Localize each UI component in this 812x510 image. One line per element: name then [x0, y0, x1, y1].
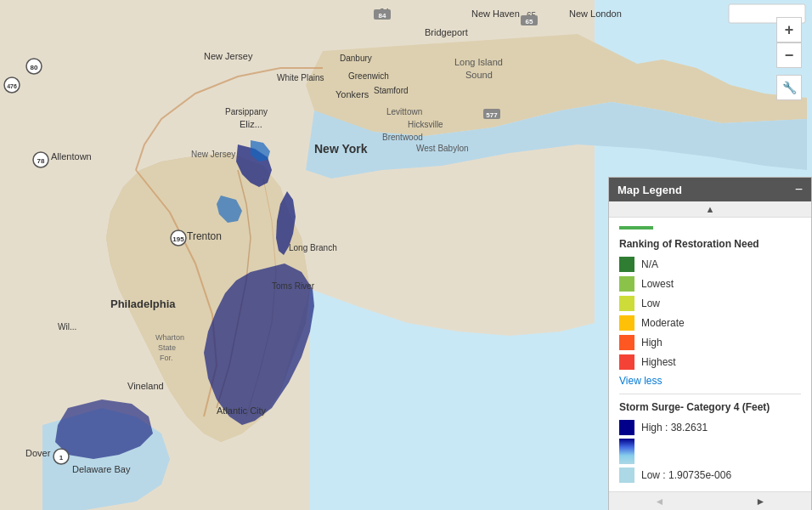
svg-text:Greenwich: Greenwich [348, 71, 389, 81]
legend-header: Map Legend − [609, 178, 811, 201]
svg-text:Brentwood: Brentwood [382, 133, 423, 142]
storm-low-item: Low : 1.90735e-006 [619, 468, 801, 483]
svg-text:Vineland: Vineland [127, 381, 164, 391]
na-color-box [619, 257, 634, 272]
storm-low-label: Low : 1.90735e-006 [641, 469, 731, 481]
svg-text:Wharton: Wharton [155, 333, 184, 342]
svg-text:New London: New London [569, 8, 622, 19]
legend-item-moderate: Moderate [619, 315, 801, 331]
svg-text:New Jersey: New Jersey [191, 150, 235, 159]
legend-divider [619, 394, 801, 394]
storm-section-title: Storm Surge- Category 4 (Feet) [619, 401, 801, 413]
low-color-box [619, 296, 634, 311]
lowest-label: Lowest [641, 278, 674, 290]
svg-text:476: 476 [7, 83, 17, 89]
legend-item-low: Low [619, 296, 801, 311]
svg-text:Danbury: Danbury [340, 54, 372, 63]
svg-text:Long Island: Long Island [454, 57, 503, 67]
svg-text:Allentown: Allentown [51, 151, 92, 162]
svg-text:Delaware Bay: Delaware Bay [72, 464, 131, 474]
moderate-color-box [619, 315, 634, 331]
svg-text:Hicksville: Hicksville [408, 120, 443, 129]
high-color-box [619, 335, 634, 350]
svg-text:For.: For. [160, 354, 173, 362]
svg-text:Atlantic City: Atlantic City [217, 405, 267, 416]
svg-text:195: 195 [172, 235, 184, 243]
legend-scroll-controls: ◄ ► [609, 491, 811, 510]
highest-label: Highest [641, 356, 676, 368]
legend-item-na: N/A [619, 257, 801, 272]
legend-item-lowest: Lowest [619, 276, 801, 292]
map-container: New York Brentwood Hicksville Levittown … [0, 0, 812, 510]
svg-text:West Babylon: West Babylon [416, 144, 469, 153]
storm-gradient-bar [619, 439, 634, 464]
moderate-label: Moderate [641, 317, 685, 329]
svg-text:78: 78 [37, 157, 45, 165]
high-label: High [641, 337, 663, 348]
svg-text:Trenton: Trenton [187, 230, 222, 242]
zoom-out-button[interactable]: − [776, 42, 802, 68]
storm-high-label: High : 38.2631 [641, 422, 708, 434]
map-controls: + − 🔧 [776, 17, 802, 100]
svg-text:Long Branch: Long Branch [289, 243, 337, 252]
settings-button[interactable]: 🔧 [776, 75, 802, 100]
svg-text:Toms River: Toms River [272, 281, 315, 291]
legend-item-highest: Highest [619, 354, 801, 370]
storm-high-color-box [619, 420, 634, 435]
svg-text:Philadelphia: Philadelphia [110, 298, 176, 310]
svg-text:New Jersey: New Jersey [204, 51, 253, 61]
highest-color-box [619, 354, 634, 370]
legend-scroll-right-button[interactable]: ► [710, 492, 811, 510]
legend-item-high: High [619, 335, 801, 350]
na-label: N/A [641, 258, 658, 270]
zoom-in-button[interactable]: + [776, 17, 802, 42]
svg-text:New York: New York [314, 142, 368, 156]
storm-gradient: High : 38.2631 Low : 1.90735e-006 [619, 420, 801, 483]
svg-text:White Plains: White Plains [277, 73, 324, 82]
svg-text:New Haven: New Haven [471, 8, 520, 19]
wrench-icon: 🔧 [782, 81, 797, 94]
svg-text:1: 1 [59, 454, 64, 462]
storm-high-item: High : 38.2631 [619, 420, 801, 435]
svg-text:Sound: Sound [465, 70, 493, 80]
svg-text:Parsippany: Parsippany [225, 107, 268, 116]
svg-text:84: 84 [379, 12, 386, 20]
svg-text:65: 65 [526, 18, 533, 26]
lowest-color-box [619, 276, 634, 292]
legend-scroll-left-button[interactable]: ◄ [609, 492, 710, 510]
svg-text:State: State [158, 343, 176, 352]
svg-text:80: 80 [31, 64, 38, 71]
legend-scroll-up-button[interactable]: ▲ [609, 201, 811, 218]
svg-text:Yonkers: Yonkers [336, 89, 369, 99]
svg-text:Levittown: Levittown [386, 107, 422, 116]
legend-minimize-button[interactable]: − [795, 183, 803, 196]
svg-text:Dover: Dover [25, 448, 51, 458]
svg-text:577: 577 [486, 111, 498, 119]
low-label: Low [641, 298, 660, 309]
svg-text:Bridgeport: Bridgeport [425, 27, 468, 37]
view-less-link[interactable]: View less [619, 375, 801, 387]
legend-green-line [619, 226, 653, 230]
legend-panel: Map Legend − ▲ Ranking of Restoration Ne… [608, 177, 812, 510]
storm-low-color-box [619, 468, 634, 483]
svg-text:Eliz...: Eliz... [240, 119, 262, 129]
legend-body: Ranking of Restoration Need N/A Lowest L… [609, 218, 811, 491]
svg-text:Wil...: Wil... [58, 322, 76, 332]
scroll-up-arrow-icon: ▲ [706, 204, 715, 214]
ranking-section-title: Ranking of Restoration Need [619, 238, 801, 250]
legend-title: Map Legend [617, 184, 682, 196]
svg-text:Stamford: Stamford [374, 86, 409, 95]
